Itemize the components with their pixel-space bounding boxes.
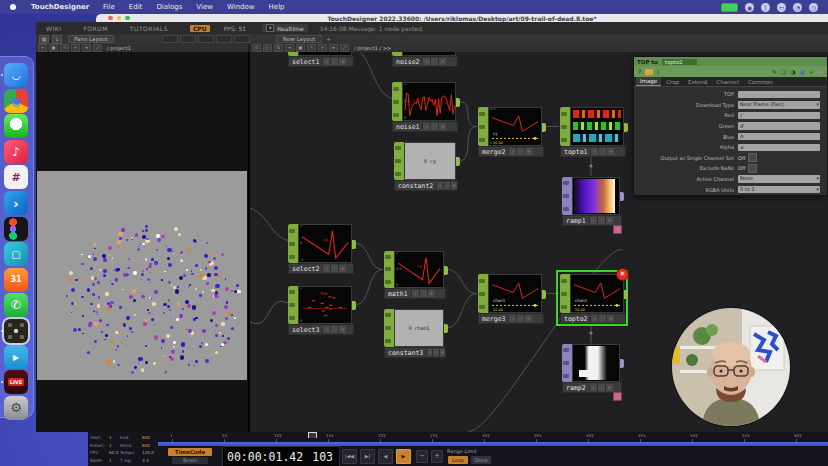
right-pathbar-button-5[interactable]: ★ xyxy=(329,44,338,52)
node-viewer[interactable] xyxy=(572,344,620,382)
node-name-bar[interactable]: select1›·+ xyxy=(288,56,354,67)
node-name-bar[interactable]: constant3›·+ xyxy=(384,347,446,358)
input-connector[interactable] xyxy=(479,305,485,309)
node-flag-button-1[interactable]: › xyxy=(508,315,516,322)
node-body[interactable]: chan150 40 xyxy=(560,274,624,313)
param-tab-extend[interactable]: Extend xyxy=(684,78,711,86)
input-connector[interactable] xyxy=(561,138,567,142)
input-connector[interactable] xyxy=(563,374,569,378)
node-name-bar[interactable]: noise1›·+ xyxy=(392,121,458,132)
node-flag-button-2[interactable]: · xyxy=(597,217,605,224)
node-input-connectors[interactable] xyxy=(560,107,570,146)
cpu-badge[interactable]: CPU xyxy=(190,25,210,32)
node-flag-button-1[interactable]: › xyxy=(322,58,330,65)
left-pathbar-button-2[interactable]: ■ xyxy=(49,44,58,52)
bluetooth-icon[interactable]: ᛒ xyxy=(761,3,770,12)
input-connector[interactable] xyxy=(385,280,391,284)
node-flag-button-1[interactable]: › xyxy=(590,148,598,155)
dock-icon-live[interactable]: LIVE xyxy=(4,370,28,394)
input-connector[interactable] xyxy=(563,181,569,185)
dock-icon-finder[interactable]: ◡ xyxy=(4,63,28,87)
dock-icon-vscode[interactable]: › xyxy=(4,191,28,215)
output-connector[interactable] xyxy=(456,157,460,166)
jump-to-end-button[interactable]: ▶| xyxy=(360,449,375,464)
node-viewer[interactable] xyxy=(570,107,624,146)
input-connector[interactable] xyxy=(479,138,485,142)
input-connector[interactable] xyxy=(563,207,569,211)
output-connector[interactable] xyxy=(542,290,546,299)
dock-icon-touchdesigner[interactable] xyxy=(4,319,28,343)
input-connector[interactable] xyxy=(561,292,567,296)
node-viewer[interactable]: cy10.50 xyxy=(394,251,444,288)
node-merge3[interactable]: chan150 40merge3›·+ xyxy=(478,274,542,313)
output-connector[interactable] xyxy=(624,290,628,299)
param-field[interactable]: b xyxy=(738,133,820,141)
node-body[interactable] xyxy=(560,107,624,146)
node-flag-button-3[interactable]: + xyxy=(427,290,435,297)
node-constant3[interactable]: 0 chan1constant3›·+ xyxy=(384,309,444,347)
node-topto2[interactable]: chan150 40topto2›·+✕ xyxy=(560,274,624,313)
language-icon[interactable]: ◕ xyxy=(799,68,804,75)
param-tab-crop[interactable]: Crop xyxy=(662,78,683,86)
left-pathbar-button-4[interactable]: + xyxy=(71,44,80,52)
input-connector[interactable] xyxy=(479,279,485,283)
output-connector[interactable] xyxy=(352,301,356,310)
node-flag-button-3[interactable]: + xyxy=(605,384,613,391)
node-flag-button-2[interactable]: · xyxy=(516,148,524,155)
toolbar-link-tutorials[interactable]: TUTORIALS xyxy=(130,25,168,32)
node-body[interactable]: 0 cy xyxy=(394,142,456,180)
node-flag-button-1[interactable]: › xyxy=(590,315,598,322)
node-flag-button-1[interactable]: › xyxy=(422,58,430,65)
dock-icon-teal-app[interactable]: ▢ xyxy=(4,242,28,266)
bypass-icon[interactable]: ● xyxy=(818,68,823,75)
battery-icon[interactable] xyxy=(721,3,738,12)
node-input-connectors[interactable] xyxy=(288,286,298,324)
node-viewer[interactable]: 0 chan1 xyxy=(394,309,444,347)
node-name-bar[interactable]: merge3›·+ xyxy=(478,313,544,324)
node-flag-button-2[interactable]: · xyxy=(330,326,338,333)
node-input-connectors[interactable] xyxy=(562,177,572,215)
node-ramp2[interactable]: ramp2›·+ xyxy=(562,344,620,382)
play-reverse-button[interactable]: ◀ xyxy=(378,449,393,464)
node-flag-button-3[interactable]: + xyxy=(524,315,532,322)
node-name-bar[interactable]: topto1›·+ xyxy=(560,146,626,157)
node-ramp1[interactable]: ramp1›·+ xyxy=(562,177,620,215)
node-flag-button-1[interactable]: › xyxy=(589,384,597,391)
dock-icon-messages[interactable] xyxy=(4,114,28,138)
dock-icon-music[interactable]: ♪ xyxy=(4,140,28,164)
node-flag-button-3[interactable]: + xyxy=(438,123,446,130)
node-flag-button-3[interactable]: + xyxy=(438,58,446,65)
dock-icon-figma[interactable] xyxy=(4,217,28,241)
node-name-bar[interactable]: select3›·+ xyxy=(288,324,354,335)
folder-icon[interactable] xyxy=(645,69,653,75)
node-flag-button-2[interactable]: · xyxy=(430,58,438,65)
node-flag-button-3[interactable]: + xyxy=(606,148,614,155)
node-name-bar[interactable]: select2›·+ xyxy=(288,263,354,274)
input-connector[interactable] xyxy=(395,159,401,163)
input-connector[interactable] xyxy=(563,194,569,198)
param-toggle[interactable]: Off xyxy=(738,164,757,173)
node-flag-button-2[interactable]: · xyxy=(430,123,438,130)
right-pathbar-button-6[interactable]: ⤢ xyxy=(340,44,349,52)
node-flag-button-1[interactable]: › xyxy=(411,290,419,297)
input-connector[interactable] xyxy=(479,125,485,129)
node-noise1[interactable]: 10.50noise1›·+ xyxy=(392,82,456,121)
layout-save-icon[interactable]: ↓ xyxy=(52,35,62,44)
node-name-bar[interactable]: constant2›·+ xyxy=(394,180,458,191)
right-pathbar-button-2[interactable]: ■ xyxy=(296,44,305,52)
param-dropdown[interactable]: Next Frame (Fast)▾ xyxy=(738,101,820,109)
node-body[interactable]: chan150 40 xyxy=(478,274,542,313)
node-body[interactable]: cy50 400.50 xyxy=(478,107,542,146)
node-body[interactable] xyxy=(562,177,620,215)
node-name-bar[interactable]: topto2›·+ xyxy=(560,313,626,324)
node-flag-button-1[interactable]: › xyxy=(322,265,330,272)
node-viewer[interactable]: 0 cy xyxy=(404,142,456,180)
node-flag-button-1[interactable]: › xyxy=(436,182,443,189)
add-icon[interactable]: + xyxy=(809,68,814,75)
pane-layout-button[interactable]: Pane Layout xyxy=(68,35,114,43)
param-toggle[interactable]: Off xyxy=(738,153,757,162)
node-math1[interactable]: cy10.50math1›·+ xyxy=(384,251,444,288)
input-connector[interactable] xyxy=(393,87,399,91)
node-flag-button-2[interactable]: · xyxy=(419,290,427,297)
node-input-connectors[interactable] xyxy=(288,224,298,263)
